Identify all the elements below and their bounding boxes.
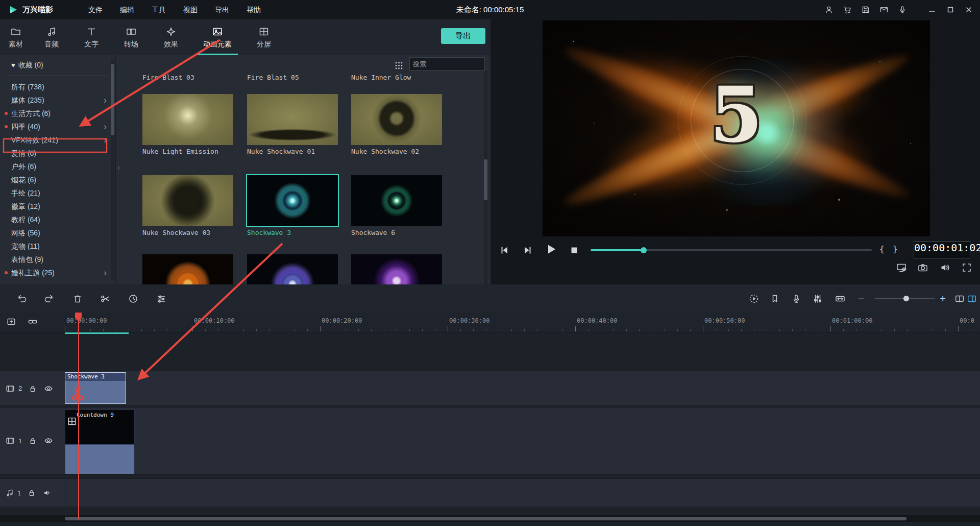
minimize-button[interactable] (927, 5, 937, 15)
asset-partial-1[interactable] (142, 254, 233, 284)
lock-icon[interactable] (28, 384, 37, 393)
fullscreen-button[interactable] (961, 262, 972, 273)
delete-button[interactable] (70, 292, 85, 306)
menu-edit[interactable]: 编辑 (111, 0, 143, 19)
stop-button[interactable] (568, 244, 581, 257)
eye-icon[interactable] (43, 384, 54, 394)
tab-transitions[interactable]: 转场 (111, 19, 151, 55)
sidebar-item-seasons[interactable]: 四季 (40)› (0, 120, 115, 133)
manage-tracks-button[interactable] (6, 317, 17, 328)
zoom-slider[interactable] (875, 298, 935, 299)
scrollbar-thumb[interactable] (484, 159, 487, 200)
tab-audio[interactable]: 音频 (32, 19, 71, 55)
seek-bar[interactable] (591, 249, 872, 251)
collapse-sidebar-button[interactable]: ‹ (117, 163, 120, 172)
sidebar-item-web[interactable]: 网络 (56) (0, 226, 115, 240)
sidebar-item-pets[interactable]: 宠物 (11) (0, 240, 115, 253)
video-track-2: 2 (0, 371, 980, 406)
menu-view[interactable]: 视图 (175, 0, 206, 19)
display-settings-button[interactable] (896, 262, 907, 273)
adjust-button[interactable] (154, 292, 168, 306)
mark-in-button[interactable]: { (879, 244, 885, 254)
previous-frame-button[interactable] (498, 244, 511, 257)
duration-button[interactable] (126, 292, 140, 306)
export-button[interactable]: 导出 (441, 28, 485, 44)
grid-scrollbar[interactable] (484, 70, 487, 284)
close-button[interactable] (964, 5, 974, 15)
timeline-ruler[interactable]: 00:00:00:00 00:00:10:00 00:00:20:00 00:0… (0, 313, 980, 332)
add-track-icon (6, 317, 16, 327)
grid-view-button[interactable] (393, 60, 404, 71)
zoom-out-button[interactable]: − (854, 292, 868, 306)
timeline-hscroll-thumb[interactable] (65, 517, 906, 520)
undo-button[interactable] (15, 292, 29, 306)
speaker-icon[interactable] (42, 488, 53, 498)
panel-layout-button-2[interactable] (965, 292, 979, 306)
sidebar-item-badges[interactable]: 徽章 (12) (0, 200, 115, 213)
lock-icon[interactable] (27, 488, 36, 497)
eye-icon[interactable] (43, 436, 54, 446)
fit-timeline-button[interactable] (833, 292, 847, 306)
asset-nuke-shockwave-02[interactable]: Nuke Shockwave 02 (351, 94, 442, 155)
account-button[interactable] (824, 5, 834, 15)
asset-nuke-shockwave-03[interactable]: Nuke Shockwave 03 (142, 175, 233, 236)
voiceover-res-button[interactable] (897, 5, 908, 15)
record-voiceover-button[interactable] (789, 292, 803, 306)
maximize-button[interactable] (945, 5, 955, 15)
sidebar-scrollbar[interactable] (111, 59, 114, 280)
tab-effects[interactable]: 效果 (151, 19, 191, 55)
clip-countdown-9[interactable]: Countdown_9 (65, 410, 135, 473)
asset-nuke-light-emission[interactable]: Nuke Light Emission (142, 94, 233, 155)
sidebar-item-tutorial[interactable]: 教程 (64) (0, 213, 115, 226)
sidebar-item-fireworks[interactable]: 烟花 (6) (0, 173, 115, 186)
asset-partial-3[interactable] (351, 254, 442, 284)
sidebar-divider (7, 76, 108, 76)
menu-file[interactable]: 文件 (80, 0, 111, 19)
sidebar-item-emoji[interactable]: 表情包 (9) (0, 253, 115, 266)
mark-out-button[interactable]: } (893, 244, 898, 254)
sidebar-item-handdrawn[interactable]: 手绘 (21) (0, 186, 115, 200)
sidebar-item-vfx[interactable]: VFX特效 (241)› (0, 133, 115, 147)
tab-elements[interactable]: 动画元素 (191, 19, 244, 55)
scrollbar-thumb[interactable] (111, 64, 114, 135)
sidebar-item-media[interactable]: 媒体 (235)› (0, 93, 115, 107)
sidebar-item-lifestyle[interactable]: 生活方式 (6) (0, 107, 115, 120)
render-preview-button[interactable] (747, 292, 761, 306)
messages-button[interactable] (879, 5, 889, 15)
audio-mixer-button[interactable] (811, 292, 825, 306)
zoom-slider-handle[interactable] (903, 296, 909, 301)
tab-splitscreen[interactable]: 分屏 (244, 19, 284, 55)
split-button[interactable] (98, 292, 112, 306)
asset-shockwave-6[interactable]: Shockwave 6 (351, 175, 442, 236)
play-icon (545, 243, 558, 256)
snapshot-button[interactable] (917, 262, 928, 273)
redo-button[interactable] (42, 292, 56, 306)
tab-media[interactable]: 素材 (0, 19, 32, 55)
marker-button[interactable] (768, 292, 782, 306)
menu-tools[interactable]: 工具 (143, 0, 175, 19)
chevron-right-icon: › (104, 93, 107, 107)
play-button[interactable] (545, 243, 558, 256)
menu-export[interactable]: 导出 (206, 0, 238, 19)
link-clips-button[interactable] (28, 317, 39, 328)
sidebar-item-outdoor[interactable]: 户外 (6) (0, 160, 115, 173)
volume-button[interactable] (939, 262, 950, 273)
asset-shockwave-3-selected[interactable]: Shockwave 3 (247, 175, 338, 236)
asset-partial-2[interactable] (247, 254, 338, 284)
lock-icon[interactable] (28, 436, 37, 445)
sidebar-item-love[interactable]: 爱情 (6) (0, 147, 115, 160)
store-button[interactable] (842, 5, 852, 15)
clip-shockwave-3[interactable]: Shockwave 3 (65, 372, 126, 404)
menu-help[interactable]: 帮助 (238, 0, 270, 19)
seek-handle[interactable] (641, 247, 647, 253)
save-button[interactable] (861, 5, 871, 15)
video-viewport[interactable]: 5 (543, 20, 930, 236)
next-frame-button[interactable] (521, 244, 534, 257)
zoom-in-button[interactable]: + (936, 292, 950, 306)
tab-text[interactable]: 文字 (71, 19, 111, 55)
playhead-line[interactable] (78, 313, 79, 519)
sidebar-item-wedding[interactable]: 婚礼主题 (25)› (0, 266, 115, 279)
sidebar-item-all[interactable]: 所有 (738) (0, 80, 115, 93)
sidebar-item-favorites[interactable]: ♥收藏 (0) (0, 58, 115, 71)
asset-nuke-shockwave-01[interactable]: Nuke Shockwave 01 (247, 94, 338, 155)
